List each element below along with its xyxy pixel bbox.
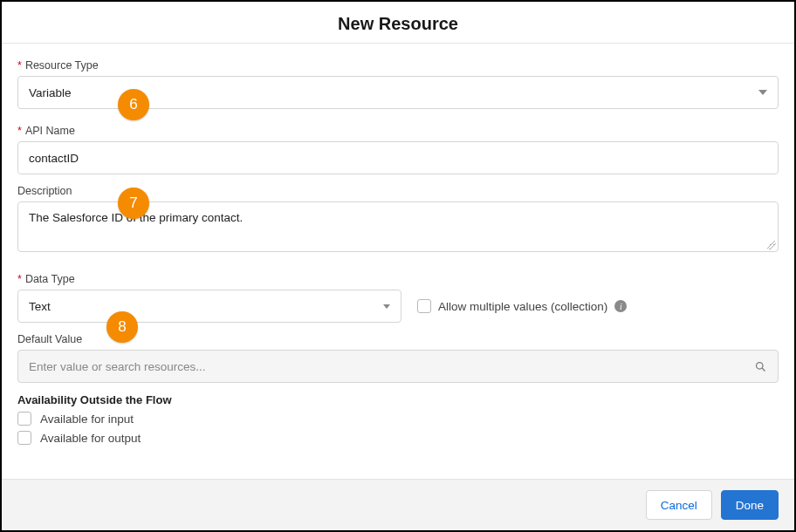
callout-badge-6: 6 — [118, 89, 149, 120]
callout-badge-7: 7 — [118, 188, 149, 219]
callout-badge-8: 8 — [106, 311, 138, 343]
available-for-input-checkbox[interactable] — [17, 412, 31, 426]
required-star-icon: * — [17, 273, 22, 285]
search-icon — [754, 360, 767, 373]
label-text: Data Type — [25, 273, 75, 285]
svg-line-1 — [762, 368, 765, 371]
availability-heading: Availability Outside the Flow — [17, 393, 779, 406]
required-star-icon: * — [17, 59, 22, 72]
allow-multiple-label: Allow multiple values (collection) — [438, 300, 607, 313]
label-text: Resource Type — [25, 59, 99, 72]
cancel-button[interactable]: Cancel — [646, 490, 712, 520]
info-icon[interactable]: i — [614, 300, 627, 312]
api-name-value: contactID — [29, 152, 79, 165]
data-type-select[interactable]: Text — [17, 290, 401, 323]
dialog-title: New Resource — [2, 2, 794, 43]
available-for-output-checkbox[interactable] — [17, 431, 31, 445]
svg-point-0 — [757, 362, 764, 369]
required-star-icon: * — [17, 125, 22, 137]
resource-type-value: Variable — [29, 86, 72, 99]
label-text: Default Value — [17, 333, 82, 345]
chevron-down-icon — [758, 90, 767, 95]
resize-handle-icon[interactable] — [767, 241, 776, 249]
available-for-output-label: Available for output — [40, 432, 141, 445]
default-value-input[interactable]: Enter value or search resources... — [17, 350, 779, 383]
done-button[interactable]: Done — [721, 490, 779, 520]
new-resource-dialog: New Resource * Resource Type Variable * … — [0, 0, 796, 532]
label-data-type: * Data Type — [17, 273, 401, 285]
allow-multiple-checkbox[interactable] — [417, 299, 431, 313]
dialog-footer: Cancel Done — [2, 479, 794, 530]
api-name-input[interactable]: contactID — [17, 141, 779, 174]
chevron-down-icon — [383, 304, 390, 309]
label-text: API Name — [25, 125, 75, 137]
label-api-name: * API Name — [17, 125, 779, 137]
label-text: Description — [17, 185, 72, 197]
available-for-input-label: Available for input — [40, 413, 134, 426]
label-resource-type: * Resource Type — [17, 59, 779, 72]
data-type-value: Text — [29, 300, 51, 313]
default-value-placeholder: Enter value or search resources... — [29, 360, 206, 373]
